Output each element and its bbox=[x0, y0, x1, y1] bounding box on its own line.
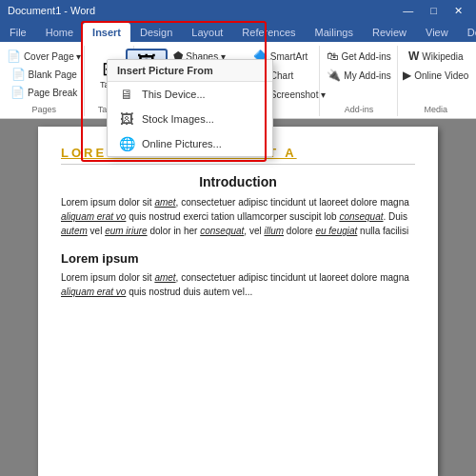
media-group-label: Media bbox=[425, 103, 448, 114]
pages-buttons: 📄 Cover Page ▾ 📄 Blank Page 📄 Page Break bbox=[3, 48, 86, 103]
tab-design[interactable]: Design bbox=[130, 23, 182, 42]
blank-page-icon: 📄 bbox=[11, 68, 26, 81]
tab-insert[interactable]: Insert bbox=[83, 23, 130, 42]
document-page: LOREM IPSUM DOLOR SIT A Introduction Lor… bbox=[38, 127, 438, 476]
online-video-icon: ▶ bbox=[403, 69, 411, 82]
addins-buttons: 🛍 Get Add-ins 🔌 My Add-ins bbox=[323, 48, 394, 103]
page-break-button[interactable]: 📄 Page Break bbox=[7, 84, 81, 101]
wikipedia-button[interactable]: W Wikipedia bbox=[405, 48, 467, 65]
tab-mailings[interactable]: Mailings bbox=[306, 23, 363, 42]
stock-images-label: Stock Images... bbox=[142, 113, 214, 125]
section-heading-intro: Introduction bbox=[61, 174, 415, 189]
dropdown-online-pictures[interactable]: 🌐 Online Pictures... bbox=[108, 131, 272, 156]
title-bar: Document1 - Word — □ ✕ bbox=[0, 0, 476, 21]
dropdown-header: Insert Picture From bbox=[108, 60, 272, 82]
get-addins-button[interactable]: 🛍 Get Add-ins bbox=[323, 48, 394, 65]
online-video-button[interactable]: ▶ Online Video bbox=[399, 67, 472, 84]
online-video-label: Online Video bbox=[414, 70, 468, 81]
minimize-button[interactable]: — bbox=[397, 5, 419, 17]
get-addins-icon: 🛍 bbox=[327, 50, 338, 63]
pages-group-label: Pages bbox=[31, 103, 56, 114]
blank-page-label: Blank Page bbox=[29, 69, 77, 80]
window-controls: — □ ✕ bbox=[397, 5, 468, 17]
screenshot-label: Screenshot ▾ bbox=[270, 89, 326, 100]
smartart-label: SmartArt bbox=[270, 51, 307, 62]
this-device-label: This Device... bbox=[142, 89, 206, 100]
stock-images-icon: 🖼 bbox=[119, 111, 134, 127]
page-break-icon: 📄 bbox=[10, 86, 25, 99]
tab-references[interactable]: References bbox=[232, 23, 305, 42]
my-addins-icon: 🔌 bbox=[327, 69, 341, 82]
lorem-paragraph: Lorem ipsum dolor sit amet, consectetuer… bbox=[61, 270, 415, 299]
group-pages: 📄 Cover Page ▾ 📄 Blank Page 📄 Page Break… bbox=[4, 46, 85, 116]
online-pictures-icon: 🌐 bbox=[119, 136, 134, 151]
maximize-button[interactable]: □ bbox=[425, 5, 443, 17]
close-button[interactable]: ✕ bbox=[448, 5, 468, 17]
online-pictures-label: Online Pictures... bbox=[142, 138, 222, 149]
my-addins-button[interactable]: 🔌 My Add-ins bbox=[323, 67, 394, 84]
ribbon-tabs: File Home Insert Design Layout Reference… bbox=[0, 21, 476, 42]
document-area: LOREM IPSUM DOLOR SIT A Introduction Lor… bbox=[0, 119, 476, 476]
get-addins-label: Get Add-ins bbox=[341, 51, 390, 62]
addins-group-label: Add-ins bbox=[345, 103, 374, 114]
intro-paragraph: Lorem ipsum dolor sit amet, consectetuer… bbox=[61, 195, 415, 238]
chart-label: Chart bbox=[270, 70, 293, 81]
cover-page-icon: 📄 bbox=[7, 50, 21, 63]
tab-layout[interactable]: Layout bbox=[182, 23, 232, 42]
tab-developer[interactable]: Develo... bbox=[458, 23, 476, 42]
cover-page-label: Cover Page ▾ bbox=[24, 51, 82, 62]
tab-review[interactable]: Review bbox=[363, 23, 416, 42]
page-break-label: Page Break bbox=[28, 88, 77, 98]
tab-view[interactable]: View bbox=[416, 23, 458, 42]
media-buttons: W Wikipedia ▶ Online Video bbox=[399, 48, 472, 103]
dropdown-stock-images[interactable]: 🖼 Stock Images... bbox=[108, 107, 272, 131]
group-addins: 🛍 Get Add-ins 🔌 My Add-ins Add-ins bbox=[322, 46, 398, 116]
section-heading-lorem: Lorem ipsum bbox=[61, 251, 415, 266]
this-device-icon: 🖥 bbox=[119, 87, 134, 102]
group-media: W Wikipedia ▶ Online Video Media bbox=[400, 46, 472, 116]
cover-page-button[interactable]: 📄 Cover Page ▾ bbox=[3, 48, 86, 65]
tab-home[interactable]: Home bbox=[36, 23, 83, 42]
dropdown-this-device[interactable]: 🖥 This Device... bbox=[108, 82, 272, 107]
pictures-dropdown: Insert Picture From 🖥 This Device... 🖼 S… bbox=[107, 59, 273, 157]
blank-page-button[interactable]: 📄 Blank Page bbox=[8, 66, 81, 83]
wikipedia-icon: W bbox=[408, 50, 419, 63]
my-addins-label: My Add-ins bbox=[344, 70, 390, 81]
tab-file[interactable]: File bbox=[0, 23, 36, 42]
wikipedia-label: Wikipedia bbox=[422, 51, 463, 62]
app-title: Document1 - Word bbox=[8, 5, 95, 16]
